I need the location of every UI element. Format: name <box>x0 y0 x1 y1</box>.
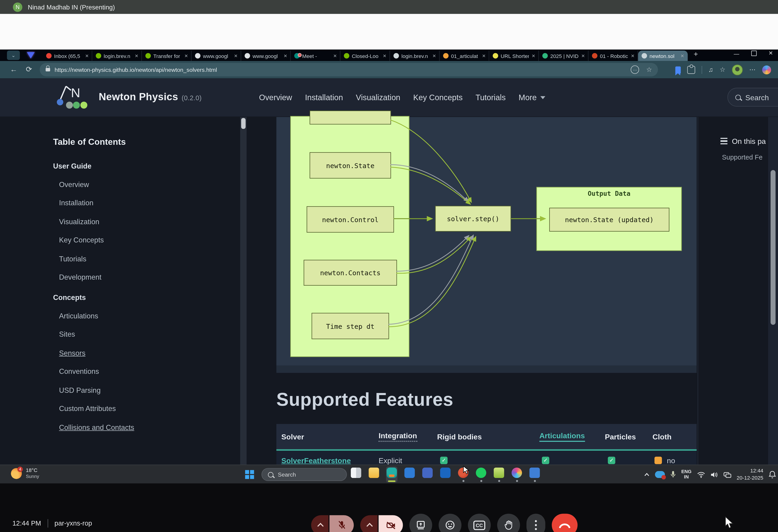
toc-item-sensors[interactable]: Sensors <box>53 344 232 362</box>
browser-tab[interactable]: 01 - Robotic✕ <box>589 51 638 61</box>
tab-list-triangle-icon[interactable] <box>27 52 35 59</box>
toc-item-key-concepts[interactable]: Key Concepts <box>53 231 232 250</box>
extensions-puzzle-icon[interactable] <box>687 66 695 74</box>
page-scrollbar[interactable] <box>768 117 778 464</box>
browser-tab[interactable]: www.googl✕ <box>241 51 291 61</box>
weather-widget[interactable]: 4 18°C Sunny <box>11 467 39 479</box>
start-button-icon[interactable] <box>245 470 254 479</box>
tab-close-icon[interactable]: ✕ <box>333 53 337 58</box>
taskbar-search[interactable]: Search <box>261 468 347 481</box>
browser-tab[interactable]: 01_articulat✕ <box>440 51 489 61</box>
mic-options-chevron[interactable] <box>311 515 328 532</box>
tray-chevron-icon[interactable] <box>644 472 649 476</box>
bookmark-star-icon[interactable]: ☆ <box>646 66 652 73</box>
nav-item-tutorials[interactable]: Tutorials <box>475 93 505 102</box>
toc-item-visualization[interactable]: Visualization <box>53 212 232 231</box>
toc-item-collisions-and-contacts[interactable]: Collisions and Contacts <box>53 418 232 437</box>
address-bar[interactable]: https://newton-physics.github.io/newton/… <box>40 63 658 76</box>
toc-item-articulations[interactable]: Articulations <box>53 306 232 325</box>
bookmarks-icon[interactable] <box>675 66 681 73</box>
toc-item-conventions[interactable]: Conventions <box>53 362 232 381</box>
nav-item-visualization[interactable]: Visualization <box>356 93 400 102</box>
column-header-articulations[interactable]: Articulations <box>539 424 585 449</box>
volume-icon[interactable] <box>710 471 718 478</box>
tab-close-icon[interactable]: ✕ <box>432 53 436 58</box>
present-screen-button[interactable] <box>409 514 432 532</box>
tab-close-icon[interactable]: ✕ <box>234 53 238 58</box>
mail-icon[interactable] <box>440 467 451 482</box>
language-indicator[interactable]: ENGIN <box>681 469 691 480</box>
captions-button[interactable]: CC <box>468 514 491 532</box>
tab-close-icon[interactable]: ✕ <box>284 53 287 58</box>
media-control-icon[interactable]: ♫ <box>708 66 713 73</box>
microphone-icon[interactable] <box>670 470 676 478</box>
designer-icon[interactable] <box>511 467 523 482</box>
widgets-icon[interactable] <box>350 467 362 482</box>
notes-app-icon[interactable] <box>493 467 504 482</box>
new-tab-button[interactable]: + <box>694 50 698 58</box>
page-scrollbar-thumb[interactable] <box>771 170 775 325</box>
browser-tab[interactable]: Transfer for✕ <box>142 51 191 61</box>
browser-tab[interactable]: 2025 | NVID✕ <box>539 51 589 61</box>
chat-app-icon[interactable] <box>386 467 397 482</box>
nav-item-more[interactable]: More <box>519 93 545 102</box>
site-search[interactable]: Search <box>727 88 778 107</box>
nav-item-installation[interactable]: Installation <box>305 93 343 102</box>
onedrive-error-icon[interactable] <box>655 471 665 478</box>
copilot-icon[interactable] <box>762 65 771 74</box>
tab-close-icon[interactable]: ✕ <box>383 53 387 58</box>
back-icon[interactable]: ← <box>10 65 17 73</box>
tab-close-icon[interactable]: ✕ <box>532 53 535 58</box>
outlook-icon[interactable] <box>404 467 415 482</box>
remote-desktop-icon[interactable] <box>529 467 540 482</box>
browser-tab[interactable]: Closed-Loo✕ <box>340 51 390 61</box>
tab-scroll-chevron-icon[interactable]: ⌄ <box>7 51 20 60</box>
site-title[interactable]: Newton Physics(0.2.0) <box>99 91 202 103</box>
toc-item-usd-parsing[interactable]: USD Parsing <box>53 381 232 400</box>
camera-options-chevron[interactable] <box>360 515 378 532</box>
tab-close-icon[interactable]: ✕ <box>581 53 585 58</box>
wifi-icon[interactable] <box>697 471 705 478</box>
nav-item-overview[interactable]: Overview <box>259 93 292 102</box>
toc-item-overview[interactable]: Overview <box>53 175 232 194</box>
window-minimize-icon[interactable]: — <box>734 50 740 56</box>
solver-name-link[interactable]: SolverFeatherstone <box>282 456 351 464</box>
window-maximize-icon[interactable] <box>751 51 757 56</box>
reload-icon[interactable]: ⟳ <box>26 65 32 74</box>
notification-bell-icon[interactable] <box>769 470 776 478</box>
end-call-button[interactable] <box>552 514 578 532</box>
mic-muted-button[interactable] <box>329 515 354 532</box>
browser-tab[interactable]: Meet -✕ <box>291 51 340 61</box>
reading-list-icon[interactable]: ☆ <box>719 66 725 73</box>
browser-menu-icon[interactable]: ⋯ <box>749 66 756 73</box>
on-this-page-item[interactable]: Supported Fe <box>722 154 763 161</box>
tab-close-icon[interactable]: ✕ <box>631 53 634 58</box>
nav-item-key-concepts[interactable]: Key Concepts <box>413 93 463 102</box>
toc-item-installation[interactable]: Installation <box>53 194 232 212</box>
column-header-integration[interactable]: Integration <box>379 424 417 449</box>
url-text[interactable]: https://newton-physics.github.io/newton/… <box>55 67 217 73</box>
more-options-button[interactable] <box>526 514 545 532</box>
toc-item-tutorials[interactable]: Tutorials <box>53 249 232 268</box>
tab-close-icon[interactable]: ✕ <box>681 53 684 58</box>
browser-tab[interactable]: Inbox (65,5✕ <box>43 51 92 61</box>
browser-tab[interactable]: newton.sol✕ <box>638 51 688 61</box>
browser-tab[interactable]: login.brev.n✕ <box>92 51 142 61</box>
newton-logo-icon[interactable]: N <box>56 84 92 109</box>
update-arrows-icon[interactable] <box>723 471 731 478</box>
page-info-icon[interactable]: … <box>631 65 639 74</box>
toc-item-development[interactable]: Development <box>53 268 232 287</box>
camera-off-button[interactable] <box>379 515 403 532</box>
browser-tab[interactable]: login.brev.n✕ <box>390 51 440 61</box>
spotify-icon[interactable] <box>475 467 487 482</box>
file-explorer-icon[interactable] <box>368 467 379 482</box>
teams-icon[interactable] <box>422 467 433 482</box>
window-close-icon[interactable]: ✕ <box>769 50 773 57</box>
tab-close-icon[interactable]: ✕ <box>482 53 486 58</box>
reactions-button[interactable] <box>439 514 461 532</box>
taskbar-clock[interactable]: 12:4420-12-2025 <box>736 468 763 481</box>
profile-avatar[interactable] <box>732 64 743 75</box>
browser-tab[interactable]: www.googl✕ <box>191 51 241 61</box>
sidebar-scrollbar[interactable] <box>240 117 246 464</box>
toc-item-custom-attributes[interactable]: Custom Attributes <box>53 400 232 418</box>
